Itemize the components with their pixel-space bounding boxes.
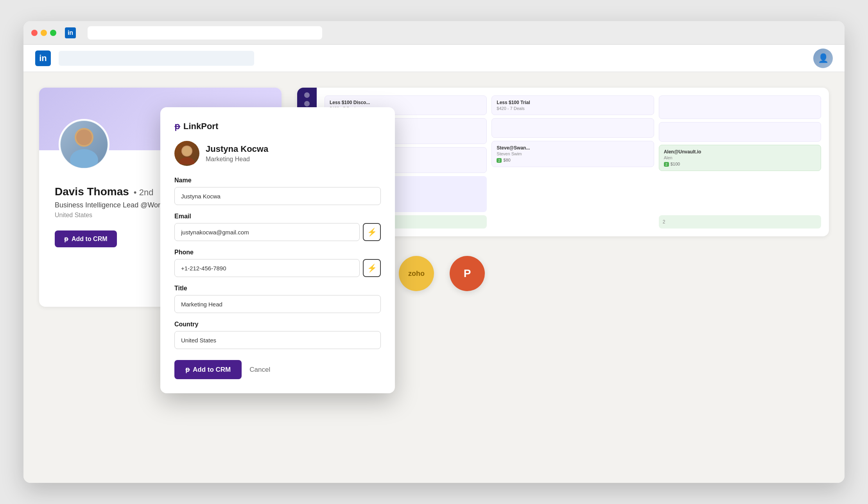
card-title: Steve@Swan... <box>497 145 649 151</box>
email-field-group: Email ⚡ <box>174 213 381 241</box>
avatar: 👤 <box>813 49 833 68</box>
card-price: 2$80 <box>497 158 649 163</box>
modal-user-info: Justyna Kocwa Marketing Head <box>174 141 381 166</box>
modal-add-btn-label: Add to CRM <box>193 366 231 374</box>
card-price: 2$100 <box>664 162 816 167</box>
linkport-brand: LinkPort <box>183 121 218 131</box>
crm-card[interactable] <box>491 118 654 138</box>
card-title: Less $100 Disco... <box>330 100 482 105</box>
modal-add-to-crm-button[interactable]: ᵽ Add to CRM <box>174 360 242 379</box>
linkport-logo-small-icon: ᵽ <box>64 235 68 243</box>
crm-column-2: Less $100 Trial $420 - 7 Deals Steve@Swa… <box>491 95 654 229</box>
svg-point-10 <box>182 146 192 156</box>
modal-user-details: Justyna Kocwa Marketing Head <box>206 144 268 163</box>
main-content: Davis Thomas • 2nd Business Intelligence… <box>23 72 845 483</box>
email-enrich-button[interactable]: ⚡ <box>363 223 381 241</box>
modal-actions: ᵽ Add to CRM Cancel <box>174 360 381 379</box>
modal-avatar <box>174 141 199 166</box>
browser-window: in in 👤 <box>23 21 845 483</box>
country-label: Country <box>174 321 381 328</box>
traffic-lights <box>31 30 56 36</box>
name-field-group: Name <box>174 177 381 205</box>
linkport-btn-icon: ᵽ <box>185 365 190 374</box>
modal-cancel-button[interactable]: Cancel <box>249 366 270 374</box>
name-input[interactable] <box>174 187 381 205</box>
card-title: Alen@Unvault.io <box>664 149 816 155</box>
producthunt-icon: P <box>450 256 485 291</box>
modal-user-name: Justyna Kocwa <box>206 144 268 154</box>
title-field-group: Title <box>174 285 381 313</box>
linkedin-page: in 👤 <box>23 45 845 483</box>
avatar <box>59 119 109 170</box>
crm-card[interactable]: Less $100 Trial $420 - 7 Deals <box>491 95 654 115</box>
crm-card[interactable] <box>659 95 821 119</box>
add-to-crm-button[interactable]: ᵽ Add to CRM <box>55 230 117 247</box>
linkedin-search-bar[interactable] <box>59 51 254 66</box>
phone-input-wrap: ⚡ <box>174 259 381 277</box>
zoho-icon: zoho <box>399 256 434 291</box>
close-button[interactable] <box>31 30 38 36</box>
card-sub: Steven Swim <box>497 151 649 156</box>
modal-header: ᵽ LinkPort <box>174 121 381 131</box>
country-input[interactable] <box>174 331 381 349</box>
minimize-button[interactable] <box>41 30 47 36</box>
crm-card-highlighted[interactable]: Alen@Unvault.io Alen 2$100 <box>659 145 821 171</box>
linkedin-logo-icon: in <box>35 50 51 66</box>
svg-point-1 <box>70 149 98 168</box>
browser-favicon-icon: in <box>65 27 76 38</box>
title-input[interactable] <box>174 295 381 313</box>
lightning-icon: ⚡ <box>367 227 377 237</box>
email-input[interactable] <box>174 223 360 241</box>
linkedin-topbar: in 👤 <box>23 45 845 72</box>
card-tag: 2 <box>497 158 502 163</box>
linkport-modal: ᵽ LinkPort Justyna Kocwa Marketing Head <box>160 107 395 393</box>
linkport-logo-icon: ᵽ <box>174 121 180 131</box>
email-label: Email <box>174 213 381 220</box>
title-label: Title <box>174 285 381 292</box>
profile-photo <box>61 121 108 168</box>
maximize-button[interactable] <box>50 30 56 36</box>
card-tag: 2 <box>664 162 669 167</box>
crm-column-3: Alen@Unvault.io Alen 2$100 2 <box>659 95 821 229</box>
add-to-crm-label: Add to CRM <box>72 236 108 243</box>
phone-input[interactable] <box>174 259 360 277</box>
crm-card[interactable] <box>659 122 821 142</box>
crm-nav-dot[interactable] <box>304 92 310 98</box>
phone-label: Phone <box>174 249 381 256</box>
svg-point-2 <box>76 130 92 145</box>
card-title: Less $100 Trial <box>497 100 649 105</box>
modal-cancel-label: Cancel <box>249 366 270 373</box>
card-sub: Alen <box>664 155 816 160</box>
crm-nav-dot[interactable] <box>304 101 310 106</box>
lightning-icon: ⚡ <box>367 263 377 273</box>
profile-degree: • 2nd <box>134 187 154 198</box>
card-sub: $420 - 7 Deals <box>497 106 649 111</box>
crm-columns: Less $100 Disco... $420 - 7 Deals Jbutle… <box>325 95 821 229</box>
country-field-group: Country <box>174 321 381 349</box>
email-input-wrap: ⚡ <box>174 223 381 241</box>
modal-user-title: Marketing Head <box>206 156 268 163</box>
crm-card[interactable]: Steve@Swan... Steven Swim 2$80 <box>491 141 654 167</box>
spacer <box>491 170 654 229</box>
spacer <box>659 174 821 212</box>
address-bar[interactable] <box>88 26 322 40</box>
phone-enrich-button[interactable]: ⚡ <box>363 259 381 277</box>
name-label: Name <box>174 177 381 184</box>
svg-point-9 <box>179 157 195 164</box>
crm-card-bottom-green: 2 <box>659 215 821 229</box>
profile-name: Davis Thomas <box>55 185 129 198</box>
browser-titlebar: in <box>23 21 845 45</box>
phone-field-group: Phone ⚡ <box>174 249 381 277</box>
